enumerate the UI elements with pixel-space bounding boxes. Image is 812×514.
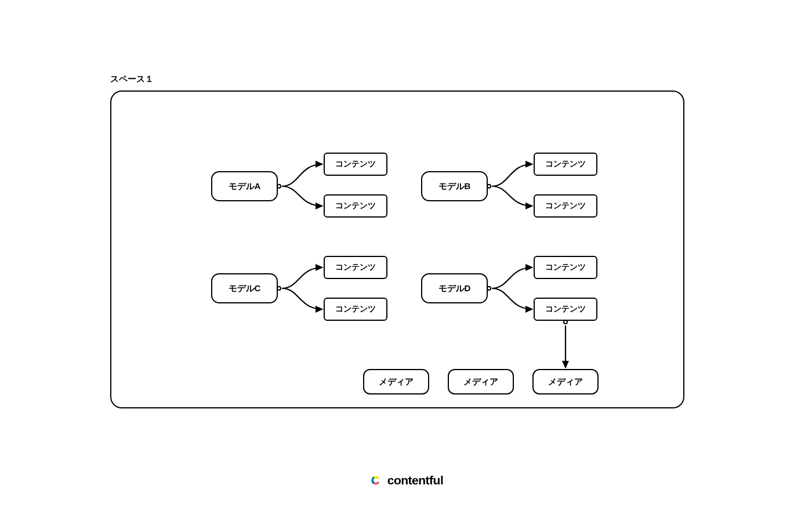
svg-point-1	[372, 482, 375, 484]
content-node: コンテンツ	[324, 256, 387, 279]
content-node: コンテンツ	[534, 298, 597, 321]
media-label: メディア	[463, 377, 498, 388]
content-label: コンテンツ	[545, 159, 586, 169]
content-port	[563, 320, 568, 324]
model-port	[487, 184, 491, 189]
content-label: コンテンツ	[335, 201, 376, 211]
model-node-b: モデルB	[421, 171, 488, 201]
space-frame	[110, 91, 684, 408]
content-node: コンテンツ	[534, 153, 597, 176]
content-node: コンテンツ	[534, 194, 597, 218]
content-label: コンテンツ	[545, 262, 586, 273]
model-label: モデルC	[229, 283, 261, 294]
model-label: モデルA	[229, 181, 261, 192]
media-label: メディア	[379, 377, 414, 388]
model-port	[277, 286, 281, 291]
model-node-d: モデルD	[421, 273, 488, 303]
model-label: モデルB	[438, 181, 471, 192]
contentful-logo-icon	[369, 473, 383, 487]
brand-name: contentful	[387, 473, 443, 487]
content-node: コンテンツ	[324, 153, 387, 176]
model-port	[487, 286, 491, 291]
content-label: コンテンツ	[335, 262, 376, 273]
media-label: メディア	[548, 377, 583, 388]
content-label: コンテンツ	[545, 201, 586, 211]
space-label: スペース１	[110, 74, 154, 85]
model-port	[277, 184, 281, 189]
model-label: モデルD	[438, 283, 471, 294]
model-node-a: モデルA	[211, 171, 278, 201]
diagram-canvas: スペース１ モデルA コンテンツ コンテンツ モデルB コンテンツ コンテンツ …	[0, 0, 812, 514]
model-node-c: モデルC	[211, 273, 278, 303]
content-node: コンテンツ	[324, 298, 387, 321]
content-node: コンテンツ	[324, 194, 387, 218]
content-node: コンテンツ	[534, 256, 597, 279]
media-node: メディア	[532, 369, 599, 394]
content-label: コンテンツ	[335, 159, 376, 169]
media-node: メディア	[448, 369, 514, 394]
svg-point-0	[372, 477, 375, 479]
content-label: コンテンツ	[545, 304, 586, 314]
content-label: コンテンツ	[335, 304, 376, 314]
brand-logo: contentful	[369, 473, 443, 487]
media-node: メディア	[363, 369, 429, 394]
